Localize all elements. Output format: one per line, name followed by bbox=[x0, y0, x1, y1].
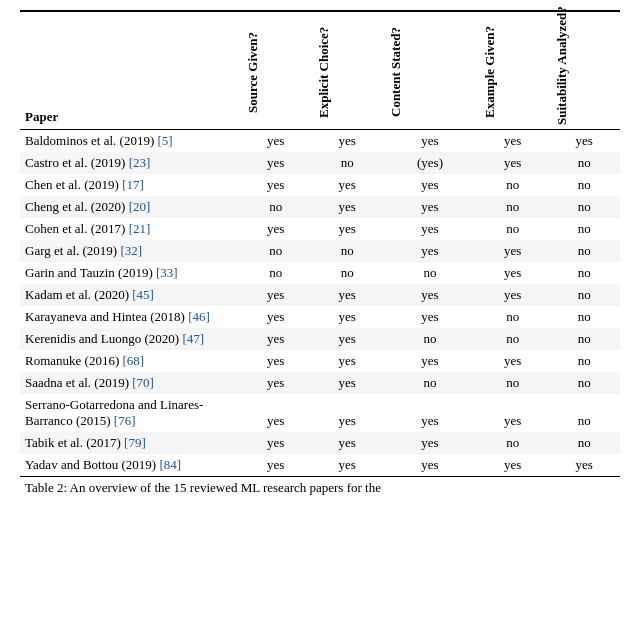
col3-cell: yes bbox=[383, 454, 477, 477]
table-row: Chen et al. (2019) [17]yesyesyesnono bbox=[20, 174, 620, 196]
paper-line1: Serrano-Gotarredona and Linares- bbox=[25, 397, 203, 412]
table-row: Saadna et al. (2019) [70]yesyesnonono bbox=[20, 372, 620, 394]
col2-cell: no bbox=[311, 152, 382, 174]
col1-cell: yes bbox=[240, 328, 311, 350]
col1-cell: yes bbox=[240, 432, 311, 454]
col4-cell: yes bbox=[477, 240, 548, 262]
table-row: Kadam et al. (2020) [45]yesyesyesyesno bbox=[20, 284, 620, 306]
col5-cell: yes bbox=[549, 454, 621, 477]
col3-cell: yes bbox=[383, 350, 477, 372]
col1-cell: yes bbox=[240, 218, 311, 240]
col3-cell: yes bbox=[383, 284, 477, 306]
table-row: Kerenidis and Luongo (2020) [47]yesyesno… bbox=[20, 328, 620, 350]
col3-cell: (yes) bbox=[383, 152, 477, 174]
col3-cell: yes bbox=[383, 432, 477, 454]
paper-cell: Tabik et al. (2017) [79] bbox=[20, 432, 240, 454]
table-row: Baldominos et al. (2019) [5]yesyesyesyes… bbox=[20, 130, 620, 153]
paper-cell: Karayaneva and Hintea (2018) [46] bbox=[20, 306, 240, 328]
paper-cell: Kerenidis and Luongo (2020) [47] bbox=[20, 328, 240, 350]
col5-cell: no bbox=[549, 174, 621, 196]
col5-cell: no bbox=[549, 350, 621, 372]
col3-cell: yes bbox=[383, 218, 477, 240]
col4-cell: no bbox=[477, 306, 548, 328]
col4-cell: yes bbox=[477, 262, 548, 284]
col4-cell: yes bbox=[477, 152, 548, 174]
col1-cell: yes bbox=[240, 284, 311, 306]
col1-cell: yes bbox=[240, 130, 311, 153]
col5-header: Suitability Analyzed? bbox=[549, 11, 621, 130]
col1-cell: yes bbox=[240, 350, 311, 372]
col5-cell: no bbox=[549, 284, 621, 306]
col1-cell: yes bbox=[240, 454, 311, 477]
col1-cell: no bbox=[240, 196, 311, 218]
col1-cell: yes bbox=[240, 306, 311, 328]
col5-cell: no bbox=[549, 372, 621, 394]
col4-cell: yes bbox=[477, 394, 548, 432]
paper-cell: Serrano-Gotarredona and Linares-Barranco… bbox=[20, 394, 240, 432]
table-row: Cohen et al. (2017) [21]yesyesyesnono bbox=[20, 218, 620, 240]
paper-cell: Garin and Tauzin (2019) [33] bbox=[20, 262, 240, 284]
col5-cell: yes bbox=[549, 130, 621, 153]
research-table: Paper Source Given? Explicit Choice? Con… bbox=[20, 10, 620, 499]
col1-cell: yes bbox=[240, 372, 311, 394]
table-container: Paper Source Given? Explicit Choice? Con… bbox=[20, 10, 620, 499]
col5-cell: no bbox=[549, 394, 621, 432]
table-row: Yadav and Bottou (2019) [84]yesyesyesyes… bbox=[20, 454, 620, 477]
col4-cell: no bbox=[477, 372, 548, 394]
col3-cell: yes bbox=[383, 174, 477, 196]
col2-cell: yes bbox=[311, 328, 382, 350]
col5-cell: no bbox=[549, 196, 621, 218]
paper-cell: Cheng et al. (2020) [20] bbox=[20, 196, 240, 218]
col3-cell: no bbox=[383, 328, 477, 350]
col2-cell: yes bbox=[311, 432, 382, 454]
col1-cell: yes bbox=[240, 394, 311, 432]
col3-cell: no bbox=[383, 262, 477, 284]
paper-cell: Yadav and Bottou (2019) [84] bbox=[20, 454, 240, 477]
col2-cell: yes bbox=[311, 284, 382, 306]
paper-cell: Garg et al. (2019) [32] bbox=[20, 240, 240, 262]
col4-cell: no bbox=[477, 174, 548, 196]
col2-cell: yes bbox=[311, 372, 382, 394]
table-row: Romanuke (2016) [68]yesyesyesyesno bbox=[20, 350, 620, 372]
col1-cell: yes bbox=[240, 152, 311, 174]
col5-cell: no bbox=[549, 306, 621, 328]
paper-cell: Saadna et al. (2019) [70] bbox=[20, 372, 240, 394]
table-row: Tabik et al. (2017) [79]yesyesyesnono bbox=[20, 432, 620, 454]
col4-cell: no bbox=[477, 328, 548, 350]
col3-cell: yes bbox=[383, 306, 477, 328]
col5-cell: no bbox=[549, 152, 621, 174]
col3-cell: yes bbox=[383, 240, 477, 262]
col4-cell: yes bbox=[477, 454, 548, 477]
col2-cell: yes bbox=[311, 454, 382, 477]
paper-cell: Cohen et al. (2017) [21] bbox=[20, 218, 240, 240]
col4-cell: yes bbox=[477, 284, 548, 306]
col5-cell: no bbox=[549, 262, 621, 284]
col5-cell: no bbox=[549, 328, 621, 350]
col3-cell: yes bbox=[383, 394, 477, 432]
col2-cell: yes bbox=[311, 350, 382, 372]
col4-cell: no bbox=[477, 218, 548, 240]
col4-cell: yes bbox=[477, 350, 548, 372]
paper-cell: Chen et al. (2019) [17] bbox=[20, 174, 240, 196]
table-row: Castro et al. (2019) [23]yesno(yes)yesno bbox=[20, 152, 620, 174]
col5-cell: no bbox=[549, 240, 621, 262]
table-caption: Table 2: An overview of the 15 reviewed … bbox=[20, 477, 620, 500]
col4-cell: no bbox=[477, 432, 548, 454]
col1-cell: no bbox=[240, 262, 311, 284]
table-row: Karayaneva and Hintea (2018) [46]yesyesy… bbox=[20, 306, 620, 328]
paper-column-header: Paper bbox=[20, 11, 240, 130]
table-row: Garin and Tauzin (2019) [33]nononoyesno bbox=[20, 262, 620, 284]
paper-cell: Baldominos et al. (2019) [5] bbox=[20, 130, 240, 153]
col2-cell: yes bbox=[311, 130, 382, 153]
col2-cell: no bbox=[311, 262, 382, 284]
col2-cell: yes bbox=[311, 218, 382, 240]
table-row: Serrano-Gotarredona and Linares-Barranco… bbox=[20, 394, 620, 432]
paper-cell: Romanuke (2016) [68] bbox=[20, 350, 240, 372]
col2-header: Explicit Choice? bbox=[311, 11, 382, 130]
paper-line2: Barranco (2015) [76] bbox=[25, 413, 135, 428]
col4-header: Example Given? bbox=[477, 11, 548, 130]
paper-cell: Kadam et al. (2020) [45] bbox=[20, 284, 240, 306]
col1-header: Source Given? bbox=[240, 11, 311, 130]
col2-cell: yes bbox=[311, 196, 382, 218]
col5-cell: no bbox=[549, 432, 621, 454]
